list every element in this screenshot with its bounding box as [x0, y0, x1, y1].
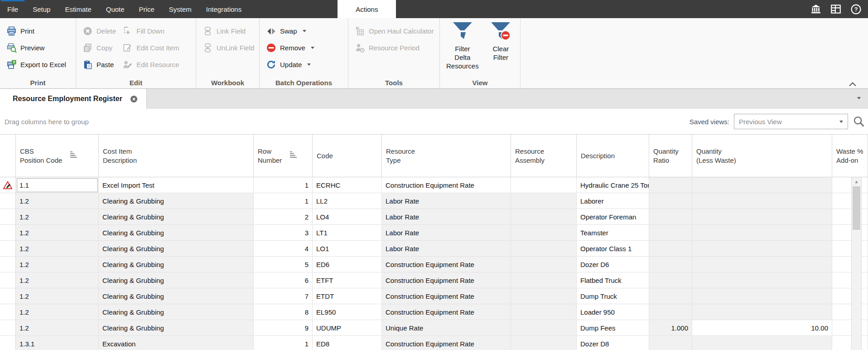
cell-qty_less_waste[interactable]: [692, 225, 832, 241]
cell-code[interactable]: LT1: [313, 225, 382, 241]
cell-waste[interactable]: [832, 177, 868, 193]
close-tab-icon[interactable]: [130, 95, 138, 103]
cell-resource_type[interactable]: Labor Rate: [382, 225, 511, 241]
cell-description[interactable]: Laborer: [577, 193, 649, 209]
cell-resource_assembly[interactable]: [511, 288, 577, 304]
cell-cbs[interactable]: 1.2: [16, 272, 99, 288]
preview-button[interactable]: Preview: [6, 39, 71, 56]
cell-waste[interactable]: [832, 241, 868, 257]
cell-description[interactable]: Dump Fees: [577, 320, 649, 336]
cell-row_number[interactable]: 9: [254, 320, 313, 336]
cell-cbs[interactable]: 1.2: [16, 257, 99, 272]
cell-cbs[interactable]: 1.2: [16, 241, 99, 257]
cell-waste[interactable]: [832, 193, 868, 209]
cell-resource_type[interactable]: Labor Rate: [382, 193, 511, 209]
cell-cost_item[interactable]: Clearing & Grubbing: [99, 304, 254, 320]
cell-description[interactable]: Dozer D6: [577, 257, 649, 272]
vertical-scrollbar[interactable]: ▲: [851, 177, 862, 350]
cell-cost_item[interactable]: Clearing & Grubbing: [99, 257, 254, 272]
cell-row_number[interactable]: 4: [254, 241, 313, 257]
clear-filter-button[interactable]: Clear Filter: [486, 22, 516, 77]
cell-cbs[interactable]: 1.3.1: [16, 336, 99, 350]
cell-resource_type[interactable]: Construction Equipment Rate: [382, 304, 511, 320]
resource-period-button[interactable]: Resource Period: [355, 39, 435, 56]
cell-cbs[interactable]: 1.1: [16, 177, 99, 193]
filter-delta-resources-button[interactable]: Filter Delta Resources: [446, 22, 479, 77]
menu-item-system[interactable]: System: [162, 0, 199, 18]
cell-resource_assembly[interactable]: [511, 336, 577, 350]
unlink-field-button[interactable]: UnLink Field: [203, 39, 255, 56]
cell-qty_less_waste[interactable]: [692, 193, 832, 209]
cell-qty_less_waste[interactable]: [692, 209, 832, 225]
cell-description[interactable]: Loader 950: [577, 304, 649, 320]
print-button[interactable]: Print: [6, 23, 71, 39]
cell-cbs[interactable]: 1.2: [16, 288, 99, 304]
cell-resource_assembly[interactable]: [511, 209, 577, 225]
cell-resource_type[interactable]: Labor Rate: [382, 241, 511, 257]
cell-qty_ratio[interactable]: [649, 177, 692, 193]
menu-item-price[interactable]: Price: [132, 0, 162, 18]
cell-code[interactable]: ETFT: [313, 272, 382, 288]
column-header-qty_ratio[interactable]: Quantity Ratio: [649, 135, 692, 177]
cell-cbs[interactable]: 1.2: [16, 225, 99, 241]
cell-qty_less_waste[interactable]: [692, 272, 832, 288]
fill-down-button[interactable]: Fill Down: [122, 23, 179, 39]
cell-qty_less_waste[interactable]: [692, 288, 832, 304]
cell-code[interactable]: LO1: [313, 241, 382, 257]
menu-item-quote[interactable]: Quote: [99, 0, 132, 18]
saved-views-dropdown[interactable]: Previous View: [734, 114, 848, 129]
column-header-cbs[interactable]: CBS Position Code: [16, 135, 99, 177]
cell-cost_item[interactable]: Clearing & Grubbing: [99, 241, 254, 257]
cell-cost_item[interactable]: Clearing & Grubbing: [99, 209, 254, 225]
cell-waste[interactable]: [832, 320, 868, 336]
cell-qty_less_waste[interactable]: [692, 257, 832, 272]
cell-qty_ratio[interactable]: [649, 225, 692, 241]
cell-resource_type[interactable]: Construction Equipment Rate: [382, 272, 511, 288]
cell-resource_assembly[interactable]: [511, 177, 577, 193]
scrollbar-up-arrow-icon[interactable]: ▲: [852, 177, 861, 185]
bank-icon[interactable]: [810, 3, 822, 15]
cell-qty_ratio[interactable]: [649, 272, 692, 288]
cell-resource_assembly[interactable]: [511, 320, 577, 336]
cell-row_number[interactable]: 1: [254, 193, 313, 209]
menu-item-file[interactable]: File: [0, 0, 25, 18]
edit-resource-button[interactable]: Edit Resource: [122, 56, 179, 73]
cell-resource_assembly[interactable]: [511, 241, 577, 257]
cell-qty_ratio[interactable]: [649, 336, 692, 350]
cell-cbs[interactable]: 1.2: [16, 209, 99, 225]
column-header-code[interactable]: Code: [313, 135, 382, 177]
cell-waste[interactable]: [832, 288, 868, 304]
menu-item-actions[interactable]: Actions: [338, 0, 396, 18]
column-header-waste[interactable]: Waste % Add-on: [832, 135, 868, 177]
tab-list-dropdown-icon[interactable]: [857, 97, 861, 99]
cell-code[interactable]: LL2: [313, 193, 382, 209]
cell-code[interactable]: ECRHC: [313, 177, 382, 193]
cell-qty_ratio[interactable]: 1.000: [649, 320, 692, 336]
cell-cost_item[interactable]: Clearing & Grubbing: [99, 193, 254, 209]
cell-qty_ratio[interactable]: [649, 257, 692, 272]
column-header-row_number[interactable]: Row Number: [254, 135, 313, 177]
cell-cbs[interactable]: 1.2: [16, 304, 99, 320]
help-icon[interactable]: ?: [850, 3, 862, 15]
cell-row_number[interactable]: 1: [254, 177, 313, 193]
cell-code[interactable]: UDUMP: [313, 320, 382, 336]
column-header-cost_item[interactable]: Cost Item Description: [99, 135, 254, 177]
cell-qty_less_waste[interactable]: [692, 241, 832, 257]
menu-item-integrations[interactable]: Integrations: [199, 0, 249, 18]
cell-row_number[interactable]: 8: [254, 304, 313, 320]
export-to-excel-button[interactable]: X Export to Excel: [6, 56, 71, 73]
paste-button[interactable]: Paste: [82, 56, 116, 73]
cell-qty_ratio[interactable]: [649, 288, 692, 304]
column-header-resource_type[interactable]: Resource Type: [382, 135, 511, 177]
cell-description[interactable]: Flatbed Truck: [577, 272, 649, 288]
cell-resource_type[interactable]: Construction Equipment Rate: [382, 257, 511, 272]
cell-description[interactable]: Dump Truck: [577, 288, 649, 304]
cell-description[interactable]: Dozer D8: [577, 336, 649, 350]
cell-cost_item[interactable]: Clearing & Grubbing: [99, 320, 254, 336]
cell-waste[interactable]: [832, 272, 868, 288]
menu-item-estimate[interactable]: Estimate: [58, 0, 98, 18]
cell-row_number[interactable]: 5: [254, 257, 313, 272]
cell-cost_item[interactable]: Clearing & Grubbing: [99, 288, 254, 304]
cell-cbs[interactable]: 1.2: [16, 320, 99, 336]
cell-description[interactable]: Teamster: [577, 225, 649, 241]
